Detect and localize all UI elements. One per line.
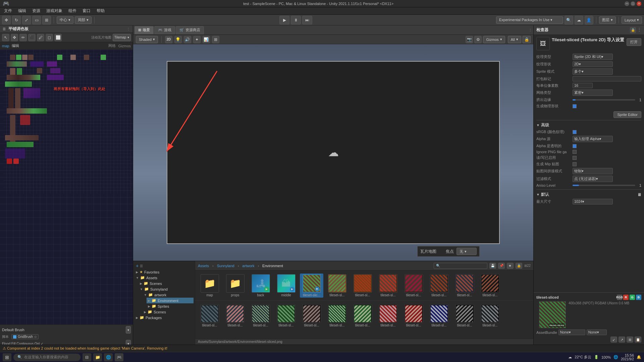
asset-tileset-r2-8[interactable]: tileset-sl...: [402, 304, 425, 328]
asset-tileset-r2-1[interactable]: tileset-sl...: [223, 304, 247, 328]
transform-all-btn[interactable]: ⊞: [42, 16, 51, 24]
play-button[interactable]: ▶: [279, 16, 289, 24]
taskbar-search[interactable]: 🔍 在这里输入你要搜索的内容: [13, 354, 80, 361]
generate-physics-checkbox[interactable]: [573, 104, 577, 108]
start-button[interactable]: ⊞: [3, 353, 11, 361]
breadcrumb-sunnyland[interactable]: Sunnyland: [217, 264, 234, 268]
edit-label[interactable]: 编辑: [12, 43, 19, 48]
select-tool[interactable]: ↖: [2, 34, 9, 41]
close-button[interactable]: ✕: [637, 1, 641, 6]
tree-sunnyland[interactable]: ▼ 📁 Sunnyland: [139, 286, 194, 292]
layout-dropdown[interactable]: Layout▾: [622, 16, 642, 24]
asset-tileset-r2-6[interactable]: tileset-sl...: [351, 304, 374, 328]
rgb-badge[interactable]: RGB: [617, 295, 622, 300]
tree-favorites[interactable]: ▶ ★ Favorites: [135, 269, 194, 275]
asset-bundle-dropdown[interactable]: None▾: [558, 329, 585, 335]
move-tool[interactable]: ✥: [11, 34, 18, 41]
asset-map[interactable]: 📁 map: [198, 274, 221, 298]
window-controls[interactable]: ─ □ ✕: [625, 1, 641, 6]
asset-star-btn[interactable]: ★: [507, 263, 514, 269]
eyedropper-tool[interactable]: 🖊: [37, 34, 44, 41]
texture-type-dropdown[interactable]: Sprite (2D 和 UI)▾: [573, 54, 613, 60]
inspector-lock-btn[interactable]: 🔒: [630, 27, 636, 33]
layers-dropdown[interactable]: 图层▾: [599, 16, 616, 24]
open-button[interactable]: 打开: [627, 38, 641, 46]
ignore-png-checkbox[interactable]: [573, 150, 577, 154]
asset-lock-btn[interactable]: 🔒: [516, 263, 522, 269]
footer-btn1[interactable]: ↙: [610, 337, 617, 343]
tree-assets[interactable]: ▼ 📁 Assets: [135, 275, 194, 281]
footer-btn4[interactable]: 📋: [635, 337, 641, 343]
sprite-editor-btn[interactable]: Sprite Editor: [613, 111, 641, 118]
minimize-button[interactable]: ─: [625, 1, 629, 6]
footer-btn2[interactable]: ↗: [619, 337, 625, 343]
breadcrumb-artwork[interactable]: artwork: [242, 264, 254, 268]
paint-tool[interactable]: ✏: [19, 34, 27, 41]
tree-scenes[interactable]: ▶ 📁 Scenes: [139, 281, 194, 286]
fill-tool[interactable]: ⬛: [28, 34, 36, 41]
default-section-header[interactable]: ▼ 默认 🖥: [536, 189, 641, 198]
tree-environment[interactable]: ▶ 📁 Environment: [147, 298, 194, 303]
search-btn[interactable]: 🔍: [565, 16, 573, 24]
focus-dropdown[interactable]: 无▾: [457, 248, 477, 255]
menu-edit[interactable]: 编辑: [15, 7, 29, 14]
asset-tileset-r2-2[interactable]: tileset-sl...: [249, 304, 272, 328]
tree-sprites[interactable]: ▶ 📁 Sprites: [147, 303, 194, 309]
transform-move-btn[interactable]: ✥: [2, 16, 11, 24]
asset-middle[interactable]: 🏔 ▶ middle: [274, 274, 298, 298]
fx-toggle[interactable]: ✦: [193, 36, 201, 43]
tree-options[interactable]: ☰: [140, 264, 143, 268]
browser-btn[interactable]: 🌐: [104, 353, 113, 361]
asset-save-btn[interactable]: 💾: [489, 263, 496, 269]
tab-store[interactable]: 🛒 资源商店: [176, 26, 204, 34]
brush-dropdown[interactable]: ▾: [126, 326, 131, 334]
all-dropdown[interactable]: All▾: [508, 36, 521, 43]
transform-scale-btn[interactable]: ⤢: [22, 16, 31, 24]
tree-artwork[interactable]: ▼ 📁 artwork: [143, 292, 194, 298]
taskview-btn[interactable]: ⊟: [83, 353, 91, 361]
scene-settings-btn[interactable]: ⚙: [474, 36, 482, 43]
filter-mode-dropdown[interactable]: 点 (无过滤器)▾: [573, 176, 613, 182]
generate-mip-checkbox[interactable]: [573, 162, 577, 166]
2d-toggle[interactable]: 2D: [165, 36, 172, 43]
tab-scene[interactable]: ⊞ 场景: [135, 26, 154, 34]
texture-shape-dropdown[interactable]: 2D▾: [573, 61, 613, 67]
asset-back[interactable]: 🏞 ▶ back: [249, 274, 272, 298]
tree-scenes2[interactable]: ▶ 📁 Scenes: [143, 309, 194, 315]
maximize-button[interactable]: □: [631, 1, 635, 6]
packing-tag-input[interactable]: [573, 76, 641, 81]
asset-pin-btn[interactable]: 📌: [498, 263, 505, 269]
menu-window[interactable]: 窗口: [80, 7, 93, 14]
asset-tileset-r2-3[interactable]: tileset-sl...: [274, 304, 298, 328]
grid-brush-selector[interactable]: GridBrush ⊙: [11, 334, 39, 339]
asset-tileset-2[interactable]: tileset-sl...: [351, 274, 374, 298]
asset-tileset-r2-7[interactable]: tileset-sl...: [376, 304, 400, 328]
rect-tool[interactable]: ⬜: [54, 34, 62, 41]
menu-component[interactable]: 组件: [66, 7, 79, 14]
asset-tileset-r2-0[interactable]: tileset-sl...: [198, 304, 221, 328]
asset-props[interactable]: 📁 props: [223, 274, 247, 298]
asset-tileset-1[interactable]: tileset-sl...: [325, 274, 349, 298]
r-badge[interactable]: R: [623, 295, 629, 300]
breadcrumb-environment[interactable]: Environment: [262, 264, 283, 268]
transform-rect-btn[interactable]: ▭: [32, 16, 41, 24]
account-btn[interactable]: 👤: [585, 16, 593, 24]
tilemap-dropdown[interactable]: Tilemap▾: [113, 34, 131, 41]
breadcrumb-assets[interactable]: Assets: [198, 264, 209, 268]
pixels-per-unit-input[interactable]: 16: [573, 83, 593, 88]
monitor-icon[interactable]: 🖥: [637, 192, 641, 197]
gizmos-dropdown[interactable]: Gizmos▾: [483, 36, 505, 43]
audio-toggle[interactable]: 🔊: [184, 36, 191, 43]
asset-tileset-0[interactable]: ▶ tileset-slic...: [300, 274, 323, 298]
tree-add-button[interactable]: + ☰: [135, 262, 194, 269]
footer-btn3[interactable]: ⊞: [627, 337, 633, 343]
b-badge[interactable]: B: [636, 295, 641, 300]
aniso-slider[interactable]: [573, 185, 635, 186]
local-dropdown[interactable]: 局部▾: [75, 16, 92, 24]
transform-rotate-btn[interactable]: ↻: [12, 16, 21, 24]
advanced-section-header[interactable]: ▼ 高级: [536, 120, 641, 129]
alpha-source-dropdown[interactable]: 输入纹理 Alpha▾: [573, 136, 613, 142]
pause-button[interactable]: ⏸: [291, 16, 301, 24]
read-write-checkbox[interactable]: [573, 156, 577, 160]
wrap-mode-dropdown[interactable]: 钳制▾: [573, 168, 613, 174]
